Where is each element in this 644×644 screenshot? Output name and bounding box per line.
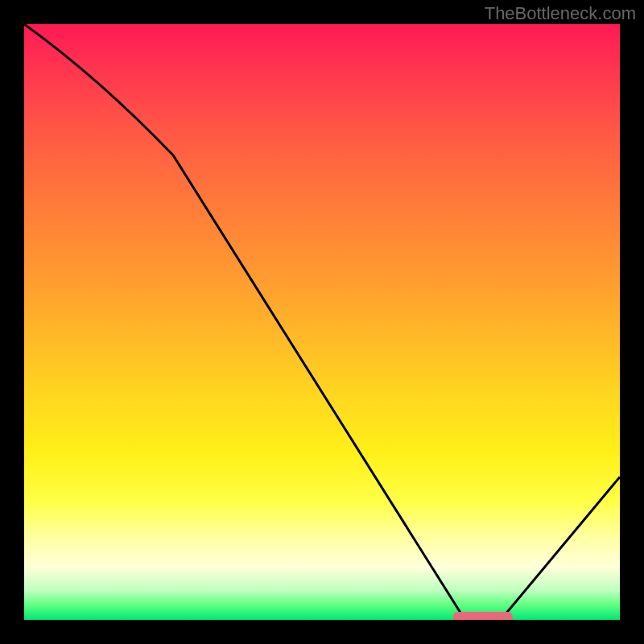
bottleneck-curve xyxy=(24,24,620,620)
optimal-marker xyxy=(453,612,513,620)
chart-curve-overlay xyxy=(24,24,620,620)
attribution-text: TheBottleneck.com xyxy=(485,3,636,24)
